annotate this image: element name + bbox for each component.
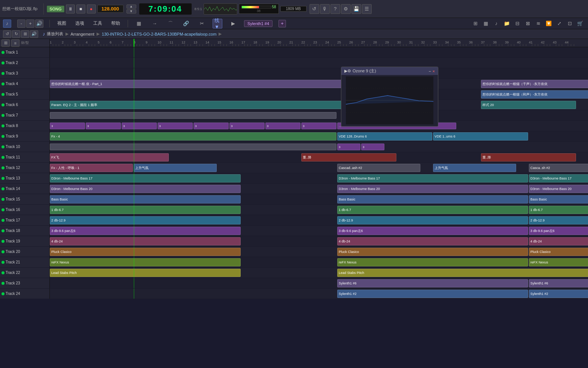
clip-22-1[interactable]: Lead Stabs Pitch <box>337 269 588 277</box>
clip-8-0[interactable]: 3 <box>50 123 85 129</box>
track-label-23[interactable]: Track 23 <box>0 278 50 288</box>
clip-11-0[interactable]: FX飞 <box>50 153 169 162</box>
track-led-19[interactable] <box>1 240 4 243</box>
clip-10-1[interactable]: 3 <box>337 144 360 150</box>
track-led-6[interactable] <box>1 103 4 106</box>
save-icon[interactable]: 💾 <box>351 4 361 14</box>
ozone-title-bar[interactable]: ▶ ⚙ Ozone 9 (主) − × <box>341 67 438 75</box>
clip-6-1[interactable]: 样式 20 <box>481 101 576 109</box>
stop-button[interactable]: ■ <box>76 4 85 13</box>
song-button[interactable]: SONG <box>47 6 64 12</box>
clip-8-7[interactable]: 3 <box>301 123 336 129</box>
clip-21-1[interactable]: reFX Nexus <box>337 258 528 266</box>
timeline-ruler[interactable]: 1234567891011121314151617181920212223242… <box>50 39 588 47</box>
clip-24-0[interactable]: Sylenth1 #2 <box>337 290 528 298</box>
track-label-6[interactable]: Track 6 <box>0 100 50 110</box>
track-led-15[interactable] <box>1 198 4 201</box>
ozone-plugin-window[interactable]: ▶ ⚙ Ozone 9 (主) − × <box>341 67 438 127</box>
track-label-16[interactable]: Track 16 <box>0 205 50 215</box>
clip-8-1[interactable]: 3 <box>86 123 121 129</box>
track-led-4[interactable] <box>1 82 4 85</box>
track-led-23[interactable] <box>1 282 4 285</box>
clip-15-2[interactable]: Bass Basic <box>529 195 588 203</box>
curve-icon[interactable]: ⌒ <box>165 19 175 28</box>
track-label-8[interactable]: Track 8 <box>0 121 50 131</box>
speaker-icon[interactable]: 🔊 <box>35 19 43 28</box>
clip-11-1[interactable]: 重..降 <box>301 153 396 162</box>
undo-icon[interactable]: ↺ <box>3 30 11 38</box>
piano-roll-icon[interactable]: ♪ <box>491 19 501 28</box>
track-led-22[interactable] <box>1 271 4 274</box>
menu-view[interactable]: 视图 <box>56 19 68 27</box>
track-led-11[interactable] <box>1 156 4 159</box>
clip-6-0[interactable]: Param. EQ 2 - 主 - 频段 1 频率 <box>50 101 348 109</box>
filter-icon[interactable]: 🔽 <box>544 19 554 28</box>
track-led-5[interactable] <box>1 93 4 96</box>
track-label-19[interactable]: Track 19 <box>0 236 50 246</box>
track-label-20[interactable]: Track 20 <box>0 247 50 257</box>
track-led-21[interactable] <box>1 261 4 264</box>
track-led-9[interactable] <box>1 135 4 138</box>
clip-19-2[interactable]: 4 db-24 <box>529 237 588 245</box>
track-led-8[interactable] <box>1 124 4 127</box>
play-pattern-icon[interactable]: ▶ <box>228 19 238 28</box>
clip-20-0[interactable]: Pluck Clasico <box>50 248 241 256</box>
breadcrumb-playlist[interactable]: 播放列表 <box>47 31 63 37</box>
browser-icon[interactable]: 📁 <box>502 19 512 28</box>
eq-icon[interactable]: ≋ <box>533 19 543 28</box>
track-label-11[interactable]: Track 11 <box>0 152 50 162</box>
clip-8-3[interactable]: 3 <box>158 123 193 129</box>
track-led-20[interactable] <box>1 250 4 253</box>
clip-23-1[interactable]: Sylenth1 #6 <box>529 279 588 287</box>
track-led-24[interactable] <box>1 292 4 295</box>
track-label-3[interactable]: Track 3 <box>0 68 50 78</box>
clip-12-4[interactable]: Casca..sh #2 <box>529 164 588 172</box>
cut-icon[interactable]: ✂ <box>197 19 207 28</box>
track-label-21[interactable]: Track 21 <box>0 257 50 267</box>
grid-icon[interactable]: ▦ <box>134 19 144 28</box>
track-led-12[interactable] <box>1 166 4 169</box>
playlist-icon[interactable]: ▦ <box>481 19 491 28</box>
line-select[interactable]: 线 ▼ <box>213 19 222 28</box>
clip-20-1[interactable]: Pluck Clasico <box>337 248 528 256</box>
clip-8-6[interactable]: 3 <box>265 123 301 129</box>
clip-9-2[interactable]: VDE 1..ums 6 <box>433 132 528 141</box>
clip-14-2[interactable]: D3ron - Melbourne Bass 20 <box>529 185 588 193</box>
track-label-18[interactable]: Track 18 <box>0 226 50 236</box>
speaker2-icon[interactable]: 🔊 <box>30 30 38 38</box>
breadcrumb-arrangement[interactable]: Arrangement <box>71 32 95 36</box>
clip-9-1[interactable]: VDE 128..Drums 6 <box>337 132 432 141</box>
clip-7-0[interactable] <box>50 112 336 119</box>
clip-21-0[interactable]: reFX Nexus <box>50 258 241 266</box>
plugin-icon[interactable]: ⊟ <box>512 19 522 28</box>
track-label-5[interactable]: Track 5 <box>0 89 50 99</box>
breadcrumb-file[interactable]: 130-INTRO-1-2-LETS-GO-2-BARS-130BPM-acap… <box>102 32 216 36</box>
stamp-icon[interactable]: ⊡ <box>565 19 575 28</box>
clip-15-1[interactable]: Bass Basic <box>337 195 528 203</box>
clip-14-1[interactable]: D3ron - Melbourne Bass 20 <box>337 185 528 193</box>
track-label-15[interactable]: Track 15 <box>0 194 50 204</box>
warp-icon[interactable]: ⤢ <box>554 19 564 28</box>
mic-icon[interactable]: 🎙 <box>320 4 330 14</box>
clip-24-1[interactable]: Sylenth1 #2 <box>529 290 588 298</box>
track-label-24[interactable]: Track 24 <box>0 289 50 299</box>
track-label-1[interactable]: Track 1 <box>0 47 50 57</box>
track-led-7[interactable] <box>1 114 4 117</box>
track-led-3[interactable] <box>1 72 4 75</box>
synth-add-icon[interactable]: + <box>278 20 286 27</box>
clip-18-1[interactable]: 3 db-9.6 pan左6 <box>337 227 528 235</box>
clip-18-2[interactable]: 3 db-9.6 pan左6 <box>529 227 588 235</box>
track-led-16[interactable] <box>1 208 4 211</box>
menu-options[interactable]: 选项 <box>74 19 86 27</box>
link-icon[interactable]: 🔗 <box>181 19 191 28</box>
track-label-22[interactable]: Track 22 <box>0 268 50 278</box>
track-led-1[interactable] <box>1 51 4 54</box>
track-led-10[interactable] <box>1 145 4 148</box>
clip-17-2[interactable]: 2 db-12.9 <box>529 216 588 224</box>
clip-12-3[interactable]: 上升气氛 <box>433 164 516 172</box>
shop-icon[interactable]: 🛒 <box>575 19 585 28</box>
mixer-icon[interactable]: ⊞ <box>470 19 480 28</box>
record2-icon[interactable]: ⊠ <box>523 19 533 28</box>
clip-16-0[interactable]: 1 db-6.7 <box>50 206 241 214</box>
track-label-14[interactable]: Track 14 <box>0 184 50 194</box>
